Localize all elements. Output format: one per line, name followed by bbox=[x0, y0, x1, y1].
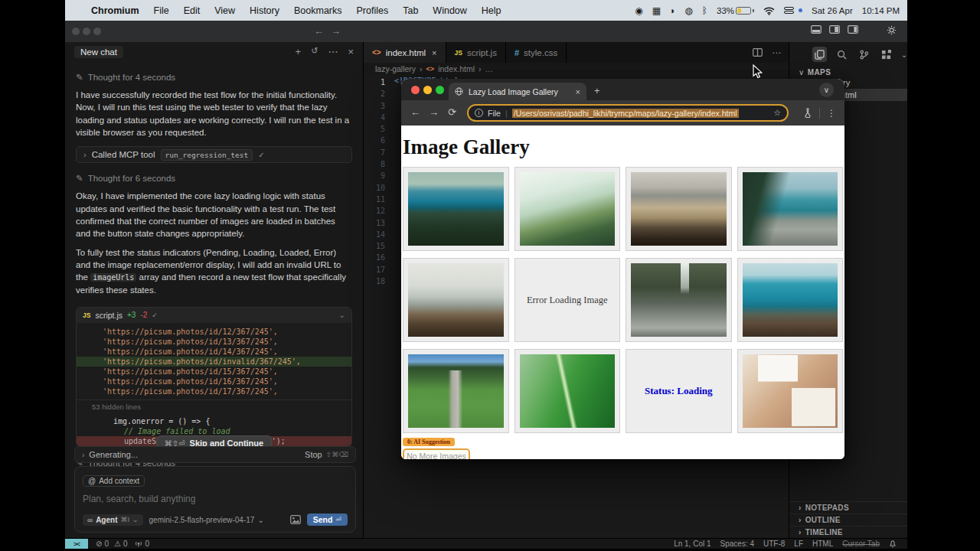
chat-more-icon[interactable]: ⋯ bbox=[328, 46, 338, 57]
bookmark-star-icon[interactable]: ☆ bbox=[773, 108, 781, 118]
code-line: 'https://picsum.photos/id/13/367/245', bbox=[77, 337, 351, 347]
browser-close-button[interactable] bbox=[411, 86, 420, 94]
no-more-images-button[interactable]: No More Images bbox=[403, 448, 470, 459]
chevron-right-icon: › bbox=[799, 504, 802, 512]
gallery-image bbox=[743, 263, 838, 337]
model-selector[interactable]: gemini-2.5-flash-preview-04-17 ⌄ bbox=[149, 516, 264, 524]
error-icon: ⊘ bbox=[96, 540, 102, 548]
address-bar[interactable]: i File | /Users/osrivast/padhi_likhi/try… bbox=[467, 104, 789, 122]
thought-row[interactable]: ✎ Thought for 4 seconds bbox=[76, 72, 352, 83]
menu-bar-time[interactable]: 10:14 PM bbox=[862, 6, 900, 15]
notifications-bell-icon[interactable] bbox=[889, 540, 897, 548]
menu-item-view[interactable]: View bbox=[214, 5, 235, 16]
chat-composer[interactable]: @ Add context Plan, search, build anythi… bbox=[74, 466, 356, 533]
info-icon[interactable]: i bbox=[475, 109, 483, 117]
customize-layout-gear-icon[interactable] bbox=[887, 25, 897, 35]
control-center-icon[interactable] bbox=[784, 7, 794, 15]
window-grid-icon[interactable]: ▦ bbox=[652, 5, 661, 16]
browser-zoom-button[interactable] bbox=[436, 86, 444, 94]
browser-menu-icon[interactable]: ⋮ bbox=[827, 108, 837, 119]
thought-row[interactable]: ✎ Thought for 6 seconds bbox=[76, 173, 352, 184]
screen-mirroring-icon[interactable]: ◍ bbox=[684, 5, 692, 16]
chevron-right-icon: › bbox=[420, 64, 423, 73]
toggle-sidebar-icon[interactable] bbox=[829, 25, 840, 34]
beaker-icon[interactable] bbox=[803, 108, 812, 118]
new-tab-button[interactable]: + bbox=[594, 85, 600, 96]
sidebar-section-title[interactable]: ∨ MAPS bbox=[789, 68, 907, 77]
menu-item-tab[interactable]: Tab bbox=[403, 5, 418, 16]
tab-style-css[interactable]: # style.css bbox=[506, 42, 567, 63]
stop-button[interactable]: Stop bbox=[305, 450, 322, 459]
cursor-position[interactable]: Ln 1, Col 1 bbox=[674, 540, 710, 548]
menu-item-file[interactable]: File bbox=[154, 5, 169, 16]
code-line: 'https://picsum.photos/id/14/367/245', bbox=[77, 347, 351, 357]
back-button[interactable]: ← bbox=[410, 106, 420, 118]
breadcrumb[interactable]: lazy-gallery › <> index.html › … bbox=[364, 63, 789, 75]
section-timeline[interactable]: › TIMELINE bbox=[789, 526, 907, 538]
search-icon[interactable] bbox=[835, 47, 849, 62]
window-zoom-button[interactable] bbox=[93, 28, 101, 35]
eol-sequence[interactable]: LF bbox=[794, 540, 803, 548]
chat-tab-title[interactable]: New chat bbox=[74, 46, 123, 58]
browser-tab[interactable]: Lazy Load Image Gallery × bbox=[449, 83, 586, 100]
section-notepads[interactable]: › NOTEPADS bbox=[789, 501, 907, 514]
chat-close-icon[interactable]: × bbox=[348, 46, 354, 57]
wifi-icon[interactable] bbox=[763, 6, 775, 15]
menu-item-edit[interactable]: Edit bbox=[184, 5, 201, 16]
source-control-icon[interactable] bbox=[857, 47, 871, 62]
attach-image-icon[interactable] bbox=[290, 515, 301, 524]
menu-item-app[interactable]: Chromium bbox=[91, 5, 139, 16]
section-outline[interactable]: › OUTLINE bbox=[789, 514, 907, 526]
reload-button[interactable]: ⟳ bbox=[448, 106, 456, 118]
tab-search-chevron[interactable]: ∨ bbox=[819, 83, 834, 97]
menu-item-window[interactable]: Window bbox=[433, 5, 466, 16]
menu-item-profiles[interactable]: Profiles bbox=[357, 5, 389, 16]
history-back-button[interactable]: ← bbox=[314, 25, 324, 37]
hidden-lines-label[interactable]: 53 hidden lines bbox=[77, 399, 351, 413]
new-chat-icon[interactable]: + bbox=[296, 46, 302, 57]
generating-row[interactable]: › Generating... Stop ⇧⌘⌫ bbox=[74, 446, 356, 463]
problems-indicator[interactable]: ⊘ 0 ⚠ 0 bbox=[96, 540, 127, 548]
gallery-image bbox=[408, 172, 504, 246]
menu-item-bookmarks[interactable]: Bookmarks bbox=[294, 5, 342, 16]
add-context-chip[interactable]: @ Add context bbox=[83, 475, 145, 487]
remote-indicator-button[interactable]: >< bbox=[65, 539, 88, 549]
battery-indicator[interactable]: 33% bbox=[717, 6, 754, 15]
split-editor-icon[interactable] bbox=[753, 48, 763, 57]
browser-minimize-button[interactable] bbox=[423, 86, 432, 94]
send-button[interactable]: Send ⏎ bbox=[307, 514, 348, 526]
menu-item-history[interactable]: History bbox=[250, 5, 279, 16]
encoding[interactable]: UTF-8 bbox=[763, 540, 785, 548]
mcp-tool-call[interactable]: › Called MCP tool run_regression_test ✓ bbox=[76, 146, 352, 163]
chat-history-icon[interactable]: ↺ bbox=[311, 46, 318, 57]
menu-bar-date[interactable]: Sat 26 Apr bbox=[812, 6, 853, 15]
agent-mode-selector[interactable]: ∞ Agent ⌘I ⌄ bbox=[83, 514, 143, 526]
bluetooth-icon[interactable]: ᛒ bbox=[702, 5, 707, 16]
more-actions-icon[interactable]: ⋯ bbox=[772, 47, 781, 58]
url-path-selected[interactable]: /Users/osrivast/padhi_likhi/trymcp/maps/… bbox=[512, 109, 739, 118]
explorer-icon[interactable] bbox=[812, 47, 827, 62]
tab-script-js[interactable]: JS script.js bbox=[446, 42, 506, 63]
indentation[interactable]: Spaces: 4 bbox=[720, 540, 754, 548]
app-status-icon[interactable]: ◗ bbox=[670, 5, 675, 16]
ports-indicator[interactable]: 0 bbox=[135, 540, 149, 548]
tab-index-html[interactable]: <> index.html × bbox=[364, 42, 446, 63]
expand-icon[interactable]: ⌄ bbox=[339, 311, 345, 319]
window-minimize-button[interactable] bbox=[83, 28, 90, 35]
cursor-tab-toggle[interactable]: Cursor Tab bbox=[842, 540, 880, 548]
toggle-panel-icon[interactable] bbox=[811, 25, 822, 34]
screen-record-icon[interactable]: ◉ bbox=[635, 5, 642, 16]
code-block-header[interactable]: JS script.js +3 -2 ✓ ⌄ bbox=[77, 308, 351, 323]
composer-placeholder[interactable]: Plan, search, build anything bbox=[83, 494, 348, 504]
window-close-button[interactable] bbox=[72, 28, 80, 35]
forward-button[interactable]: → bbox=[429, 106, 439, 118]
tab-close-icon[interactable]: × bbox=[432, 48, 436, 57]
language-mode[interactable]: HTML bbox=[812, 540, 833, 548]
tab-close-icon[interactable]: × bbox=[576, 87, 580, 96]
menu-item-help[interactable]: Help bbox=[482, 5, 501, 16]
history-forward-button[interactable]: → bbox=[331, 25, 341, 37]
toggle-secondary-sidebar-icon[interactable] bbox=[848, 25, 858, 34]
chevron-down-icon[interactable]: ⌄ bbox=[901, 51, 907, 59]
browser-tab-strip[interactable]: Lazy Load Image Gallery × + ∨ bbox=[401, 79, 844, 100]
extensions-icon[interactable] bbox=[879, 47, 893, 62]
